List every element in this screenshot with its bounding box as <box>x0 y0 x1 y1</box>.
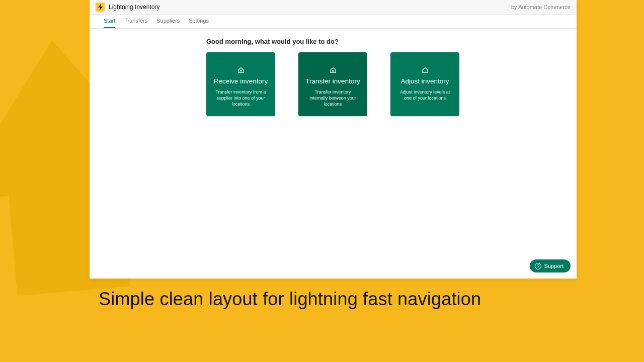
support-label: Support <box>544 263 564 269</box>
tab-transfers[interactable]: Transfers <box>124 15 147 28</box>
card-title: Receive inventory <box>214 77 268 85</box>
card-title: Transfer inventory <box>305 77 360 85</box>
help-icon: ? <box>535 263 541 269</box>
tab-suppliers[interactable]: Suppliers <box>156 15 180 28</box>
card-title: Adjust inventory <box>400 77 449 85</box>
promo-background: Lightning Inventory by Automate Commerce… <box>0 0 644 362</box>
house-in-icon <box>237 66 245 75</box>
header-left: Lightning Inventory <box>96 3 159 12</box>
tab-start[interactable]: Start <box>104 15 115 28</box>
house-swap-icon <box>330 66 337 75</box>
card-transfer-inventory[interactable]: Transfer inventory Transfer inventory in… <box>298 52 367 116</box>
header-byline: by Automate Commerce <box>511 4 571 10</box>
card-desc: Transfer inventory from a supplier into … <box>211 89 270 107</box>
card-desc: Transfer inventory internally between yo… <box>303 89 362 107</box>
app-window: Lightning Inventory by Automate Commerce… <box>90 0 577 279</box>
greeting-heading: Good morning, what would you like to do? <box>206 38 577 45</box>
card-adjust-inventory[interactable]: Adjust inventory Adjust inventory levels… <box>390 52 459 116</box>
support-button[interactable]: ? Support <box>530 259 571 273</box>
app-title: Lightning Inventory <box>109 4 159 11</box>
card-desc: Adjust inventory levels at one of your l… <box>395 89 454 101</box>
app-logo-icon <box>96 3 105 12</box>
app-header: Lightning Inventory by Automate Commerce <box>90 0 577 15</box>
card-receive-inventory[interactable]: Receive inventory Transfer inventory fro… <box>206 52 275 116</box>
action-cards-row: Receive inventory Transfer inventory fro… <box>206 52 577 116</box>
promo-caption: Simple clean layout for lightning fast n… <box>99 289 481 310</box>
tab-settings[interactable]: Settings <box>189 15 209 28</box>
main-content: Good morning, what would you like to do?… <box>90 29 577 279</box>
tab-bar: Start Transfers Suppliers Settings <box>90 15 577 29</box>
house-adjust-icon <box>422 66 429 75</box>
